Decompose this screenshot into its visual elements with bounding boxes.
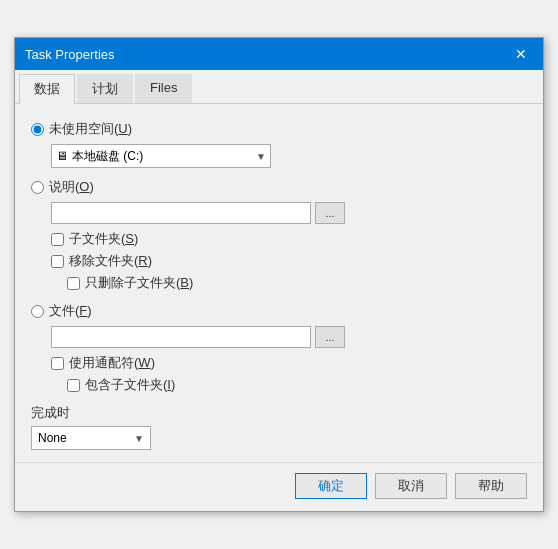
file-input-row: ...	[51, 326, 527, 348]
free-space-radio[interactable]	[31, 123, 44, 136]
tab-content: 未使用空间(U) 🖥 本地磁盘 (C:) ▼ 说明(O) ...	[15, 104, 543, 462]
tab-files[interactable]: Files	[135, 74, 192, 103]
help-button[interactable]: 帮助	[455, 473, 527, 499]
drive-dropdown-value: 本地磁盘 (C:)	[72, 148, 143, 165]
drive-icon: 🖥	[56, 149, 68, 163]
subfolder-label: 子文件夹(S)	[69, 230, 138, 248]
wildcard-label: 使用通配符(W)	[69, 354, 155, 372]
subfolder-checkbox[interactable]	[51, 233, 64, 246]
remove-folder-row: 移除文件夹(R)	[51, 252, 527, 270]
subfolder-checkbox-label[interactable]: 子文件夹(S)	[51, 230, 527, 248]
drive-dropdown[interactable]: 🖥 本地磁盘 (C:) ▼	[51, 144, 271, 168]
remove-folder-checkbox-label[interactable]: 移除文件夹(R)	[51, 252, 527, 270]
tab-bar: 数据 计划 Files	[15, 70, 543, 104]
file-browse-button[interactable]: ...	[315, 326, 345, 348]
description-input[interactable]	[51, 202, 311, 224]
file-radio[interactable]	[31, 305, 44, 318]
wildcard-checkbox[interactable]	[51, 357, 64, 370]
file-label: 文件(F)	[49, 302, 92, 320]
window-title: Task Properties	[25, 47, 115, 62]
wildcard-row: 使用通配符(W)	[51, 354, 527, 372]
file-section: 文件(F) ... 使用通配符(W) 包含子文件夹(I)	[31, 302, 527, 394]
cancel-button[interactable]: 取消	[375, 473, 447, 499]
remove-folder-checkbox[interactable]	[51, 255, 64, 268]
completion-label: 完成时	[31, 404, 527, 422]
footer: 确定 取消 帮助	[15, 462, 543, 511]
drive-dropdown-row: 🖥 本地磁盘 (C:) ▼	[51, 144, 527, 168]
free-space-radio-label[interactable]: 未使用空间(U)	[31, 120, 527, 138]
task-properties-window: Task Properties ✕ 数据 计划 Files 未使用空间(U) 🖥…	[14, 37, 544, 512]
title-bar: Task Properties ✕	[15, 38, 543, 70]
file-input[interactable]	[51, 326, 311, 348]
delete-subfolder-row: 只删除子文件夹(B)	[67, 274, 527, 292]
completion-section: 完成时 None ▼	[31, 404, 527, 450]
tab-plan[interactable]: 计划	[77, 74, 133, 103]
completion-chevron-icon: ▼	[134, 433, 144, 444]
free-space-section: 未使用空间(U) 🖥 本地磁盘 (C:) ▼	[31, 120, 527, 168]
free-space-label: 未使用空间(U)	[49, 120, 132, 138]
description-radio-label[interactable]: 说明(O)	[31, 178, 527, 196]
subfolder-row: 子文件夹(S)	[51, 230, 527, 248]
delete-subfolder-label: 只删除子文件夹(B)	[85, 274, 193, 292]
description-browse-button[interactable]: ...	[315, 202, 345, 224]
description-radio[interactable]	[31, 181, 44, 194]
completion-dropdown-value: None	[38, 431, 67, 445]
wildcard-checkbox-label[interactable]: 使用通配符(W)	[51, 354, 527, 372]
description-input-row: ...	[51, 202, 527, 224]
delete-subfolder-checkbox[interactable]	[67, 277, 80, 290]
file-radio-label[interactable]: 文件(F)	[31, 302, 527, 320]
drive-dropdown-content: 🖥 本地磁盘 (C:)	[56, 148, 143, 165]
close-button[interactable]: ✕	[509, 42, 533, 66]
chevron-down-icon: ▼	[256, 151, 266, 162]
include-subfolder-row: 包含子文件夹(I)	[67, 376, 527, 394]
confirm-button[interactable]: 确定	[295, 473, 367, 499]
description-section: 说明(O) ... 子文件夹(S) 移除文件夹(R)	[31, 178, 527, 292]
include-subfolder-checkbox[interactable]	[67, 379, 80, 392]
include-subfolder-checkbox-label[interactable]: 包含子文件夹(I)	[67, 376, 527, 394]
tab-data[interactable]: 数据	[19, 74, 75, 104]
description-label: 说明(O)	[49, 178, 94, 196]
include-subfolder-label: 包含子文件夹(I)	[85, 376, 175, 394]
completion-dropdown[interactable]: None ▼	[31, 426, 151, 450]
delete-subfolder-checkbox-label[interactable]: 只删除子文件夹(B)	[67, 274, 527, 292]
remove-folder-label: 移除文件夹(R)	[69, 252, 152, 270]
